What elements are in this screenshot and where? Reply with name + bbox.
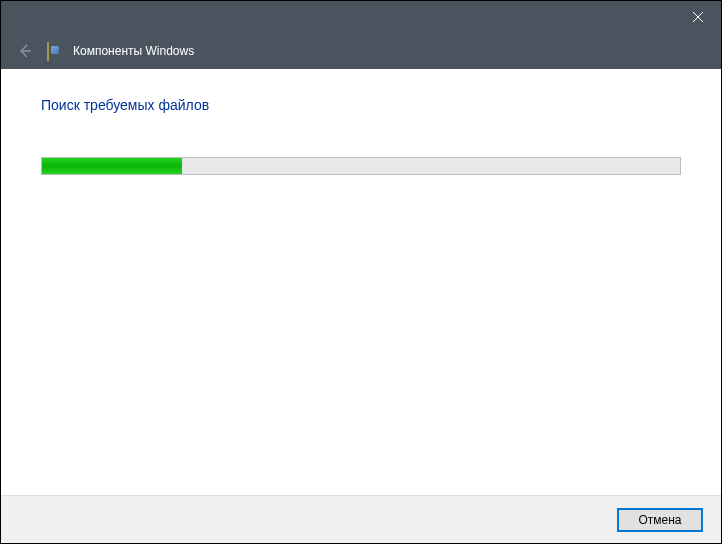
- header-bar: Компоненты Windows: [1, 33, 721, 69]
- page-heading: Поиск требуемых файлов: [41, 97, 681, 113]
- close-icon: [693, 12, 703, 22]
- content-area: Поиск требуемых файлов: [1, 69, 721, 175]
- cancel-button[interactable]: Отмена: [617, 508, 703, 532]
- titlebar: [1, 1, 721, 33]
- window-title: Компоненты Windows: [73, 44, 194, 58]
- progress-fill: [42, 158, 182, 174]
- back-arrow-icon: [17, 43, 33, 59]
- footer-bar: Отмена: [1, 495, 721, 543]
- close-button[interactable]: [675, 1, 721, 33]
- progress-bar: [41, 157, 681, 175]
- windows-features-icon: [47, 43, 63, 59]
- back-button: [13, 39, 37, 63]
